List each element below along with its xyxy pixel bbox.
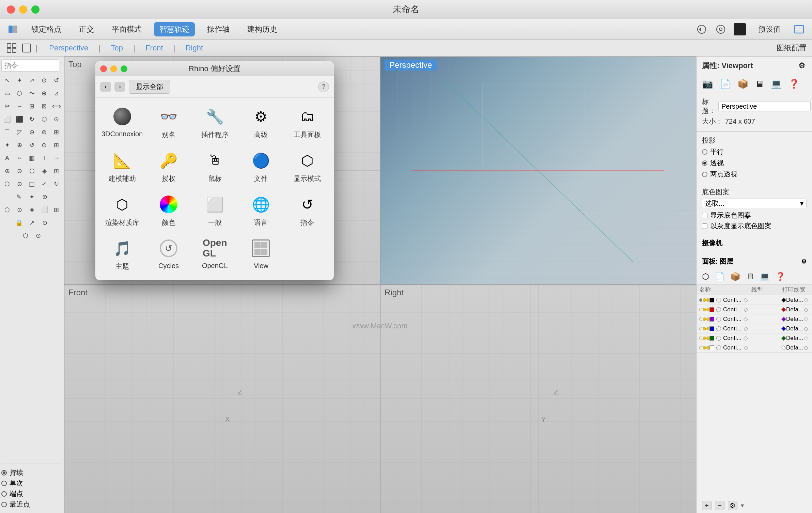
shape-b-tool[interactable]: ⊙ <box>14 204 25 216</box>
extra-b-tool[interactable]: ⊙ <box>32 230 45 242</box>
dialog-item-view[interactable]: View <box>238 233 284 277</box>
hatch-tool[interactable]: ▦ <box>26 152 37 164</box>
leader-tool[interactable]: → <box>51 152 62 164</box>
show-gray-checkbox[interactable] <box>702 223 707 229</box>
dialog-item-theme[interactable]: 🎵 主题 <box>99 233 145 277</box>
view-tool[interactable]: ◫ <box>26 178 37 190</box>
circle-tool[interactable]: ⊙ <box>38 74 50 87</box>
shape-d-tool[interactable]: ⬜ <box>38 204 50 216</box>
spiral-tool[interactable]: ⊕ <box>38 87 50 99</box>
dialog-forward-button[interactable]: › <box>114 82 125 92</box>
dialog-item-3dconnexion[interactable]: 3DConnexion <box>99 101 145 145</box>
chamfer-tool[interactable]: ◸ <box>14 126 25 138</box>
offset-tool[interactable]: ⊿ <box>51 87 62 99</box>
drag-tool[interactable]: ✦ <box>26 191 38 203</box>
split-tool[interactable]: ⊘ <box>38 126 50 138</box>
nearest-snap[interactable]: 最近点 <box>1 500 62 509</box>
dialog-item-general[interactable]: ⬜ 一般 <box>192 189 238 233</box>
title-input[interactable] <box>718 101 811 111</box>
edit-tool[interactable]: ✎ <box>13 191 25 203</box>
show-bg-item[interactable]: 显示底色图案 <box>702 211 807 220</box>
rotate-tool[interactable]: ↺ <box>26 139 37 151</box>
show-all-button[interactable]: 显示全部 <box>129 80 170 94</box>
shape-e-tool[interactable]: ⊞ <box>51 204 62 216</box>
persist-snap[interactable]: 持续 <box>1 468 62 477</box>
background-select[interactable]: 选取... ▾ <box>702 199 807 208</box>
once-radio[interactable] <box>1 481 7 486</box>
table-row[interactable]: Conti... ◇ Defa... ◇ <box>697 324 812 333</box>
persist-radio[interactable] <box>1 470 7 476</box>
unlock-tool[interactable]: ↗ <box>26 217 38 229</box>
move-tool[interactable]: ✦ <box>1 139 13 151</box>
endpoint-radio[interactable] <box>1 491 7 497</box>
tab-right[interactable]: Right <box>175 41 213 55</box>
close-button[interactable] <box>7 5 15 14</box>
perspective-radio-dot[interactable] <box>702 160 707 166</box>
table-row[interactable]: Conti... ◇ Defa... ◇ <box>697 343 812 353</box>
trim-tool[interactable]: ✂ <box>1 100 13 112</box>
add-layer-button[interactable]: + <box>702 501 712 510</box>
dimension-tool[interactable]: ↔ <box>14 152 25 164</box>
back-view-button[interactable] <box>696 23 708 35</box>
misc-tool[interactable]: ⊞ <box>51 165 62 177</box>
sweep-tool[interactable]: ⊙ <box>51 113 62 125</box>
layer-settings-button[interactable]: ⚙ <box>728 501 737 510</box>
help-panel-icon[interactable]: ❓ <box>788 79 799 89</box>
viewport-perspective[interactable]: Perspective <box>380 57 696 285</box>
twopoint-radio-dot[interactable] <box>702 172 707 177</box>
camera-icon[interactable]: 📷 <box>702 79 713 89</box>
viewport-right[interactable]: Z Y Right <box>380 285 696 513</box>
rectangle-tool[interactable]: ▭ <box>1 87 13 99</box>
help-layers-icon[interactable]: ❓ <box>775 272 785 281</box>
tab-top[interactable]: Top <box>100 41 133 55</box>
twopoint-radio-item[interactable]: 两点透视 <box>702 170 807 179</box>
history-tool[interactable]: ↻ <box>51 178 62 190</box>
curve-tool[interactable]: ↗ <box>26 74 37 87</box>
nearest-radio[interactable] <box>1 502 7 507</box>
expand-button[interactable] <box>793 23 805 35</box>
detail-icon[interactable]: 🖥 <box>746 272 754 281</box>
smart-track-button[interactable]: 智慧轨迹 <box>154 22 195 36</box>
vis-tool[interactable]: ⊙ <box>39 217 51 229</box>
dialog-item-command[interactable]: ↺ 指令 <box>284 189 330 233</box>
dialog-item-language[interactable]: 🌐 语言 <box>238 189 284 233</box>
viewport-front[interactable]: Z X Front <box>64 285 380 513</box>
transform-tool[interactable]: ⊞ <box>51 139 62 151</box>
mirror-tool[interactable]: ⟺ <box>51 100 62 112</box>
tab-front[interactable]: Front <box>135 41 173 55</box>
dialog-help-button[interactable]: ? <box>318 81 329 92</box>
dialog-item-display[interactable]: ⬡ 显示模式 <box>284 145 330 189</box>
dialog-item-alias[interactable]: 👓 别名 <box>145 101 192 145</box>
presets-button[interactable]: 预设值 <box>753 22 786 36</box>
shape-c-tool[interactable]: ◈ <box>26 204 37 216</box>
check-tool[interactable]: ✓ <box>38 178 50 190</box>
table-row[interactable]: Conti... ◇ Defa... ◇ <box>697 333 812 343</box>
table-row[interactable]: Conti... ◇ Defa... ◇ <box>697 305 812 314</box>
dialog-item-mouse[interactable]: 🖱 鼠标 <box>192 145 238 189</box>
surface-tool[interactable]: ⬜ <box>1 113 13 125</box>
join-tool[interactable]: ⊞ <box>26 100 37 112</box>
preferences-dialog[interactable]: Rhino 偏好设置 ‹ › 显示全部 ? 3DConnexion 👓 别名 🔧… <box>95 61 334 280</box>
extrude-tool[interactable]: ⬛ <box>14 113 25 125</box>
target-button[interactable] <box>715 23 727 35</box>
layers-icon[interactable]: ⬡ <box>702 272 709 281</box>
revolve-tool[interactable]: ↻ <box>26 113 37 125</box>
dialog-minimize-button[interactable] <box>110 65 117 72</box>
render-tool[interactable]: ◈ <box>38 165 50 177</box>
single-view-icon[interactable] <box>20 42 33 54</box>
freeform-tool[interactable]: 〜 <box>26 87 37 99</box>
arc-tool[interactable]: ↺ <box>51 74 62 87</box>
annotation-tool[interactable]: A <box>1 152 13 164</box>
dialog-item-render_materials[interactable]: ⬡ 渲染材质库 <box>99 189 145 233</box>
record-tool[interactable]: ⊕ <box>39 191 51 203</box>
ortho-button[interactable]: 正交 <box>74 22 99 36</box>
parallel-radio-dot[interactable] <box>702 149 707 155</box>
layers-panel-settings-icon[interactable]: ⚙ <box>801 258 807 265</box>
dialog-item-plugins[interactable]: 🔧 插件程序 <box>192 101 238 145</box>
sidebar-toggle-button[interactable] <box>7 23 19 35</box>
screen-icon[interactable]: 💻 <box>771 79 782 89</box>
history-button[interactable]: 建构历史 <box>242 22 283 36</box>
layer-tool[interactable]: ⬡ <box>1 178 13 190</box>
dialog-item-modeling[interactable]: 📐 建模辅助 <box>99 145 145 189</box>
mesh-tool[interactable]: ⬡ <box>26 165 37 177</box>
